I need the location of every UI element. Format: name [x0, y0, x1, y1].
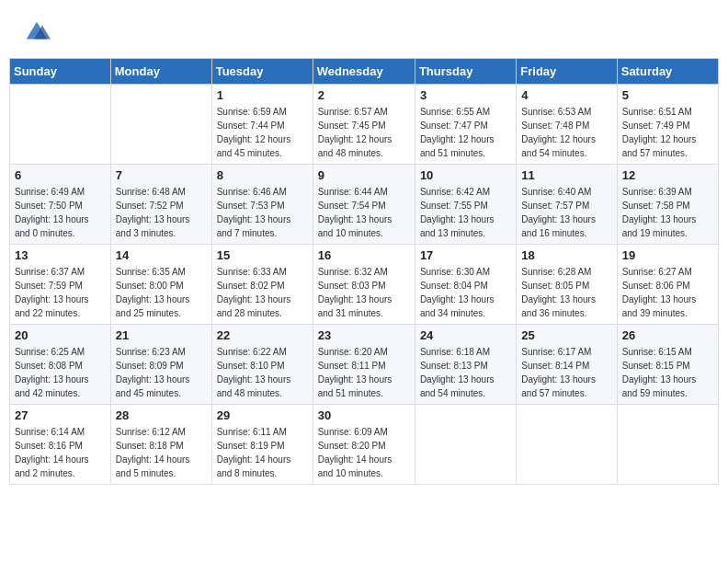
day-number: 8 [217, 168, 308, 182]
weekday-header-sunday: Sunday [10, 59, 111, 85]
day-info: Sunrise: 6:12 AM Sunset: 8:18 PM Dayligh… [116, 425, 207, 480]
calendar-cell: 15Sunrise: 6:33 AM Sunset: 8:02 PM Dayli… [211, 245, 313, 325]
calendar-cell: 29Sunrise: 6:11 AM Sunset: 8:19 PM Dayli… [211, 405, 313, 485]
weekday-header-wednesday: Wednesday [313, 59, 415, 85]
day-info: Sunrise: 6:42 AM Sunset: 7:55 PM Dayligh… [420, 185, 511, 240]
day-number: 27 [15, 408, 106, 422]
calendar-cell: 17Sunrise: 6:30 AM Sunset: 8:04 PM Dayli… [415, 245, 516, 325]
day-number: 15 [217, 248, 308, 262]
calendar-week-row: 13Sunrise: 6:37 AM Sunset: 7:59 PM Dayli… [10, 245, 719, 325]
calendar-cell: 26Sunrise: 6:15 AM Sunset: 8:15 PM Dayli… [617, 325, 718, 405]
day-number: 9 [318, 168, 410, 182]
day-number: 22 [217, 328, 308, 342]
day-number: 30 [318, 408, 410, 422]
calendar-header-row: SundayMondayTuesdayWednesdayThursdayFrid… [10, 59, 719, 85]
calendar-cell: 25Sunrise: 6:17 AM Sunset: 8:14 PM Dayli… [517, 325, 617, 405]
day-number: 10 [420, 168, 511, 182]
calendar-cell: 21Sunrise: 6:23 AM Sunset: 8:09 PM Dayli… [110, 325, 211, 405]
day-info: Sunrise: 6:30 AM Sunset: 8:04 PM Dayligh… [420, 265, 511, 320]
logo [23, 18, 54, 46]
day-number: 6 [15, 168, 106, 182]
day-number: 2 [318, 88, 410, 102]
calendar-cell: 24Sunrise: 6:18 AM Sunset: 8:13 PM Dayli… [415, 325, 516, 405]
calendar-cell [517, 405, 617, 485]
calendar-cell: 20Sunrise: 6:25 AM Sunset: 8:08 PM Dayli… [10, 325, 111, 405]
calendar-cell: 5Sunrise: 6:51 AM Sunset: 7:49 PM Daylig… [617, 85, 718, 165]
weekday-header-saturday: Saturday [617, 59, 718, 85]
day-info: Sunrise: 6:37 AM Sunset: 7:59 PM Dayligh… [15, 265, 106, 320]
calendar-cell: 9Sunrise: 6:44 AM Sunset: 7:54 PM Daylig… [313, 165, 415, 245]
day-number: 26 [622, 328, 713, 342]
day-number: 23 [318, 328, 410, 342]
day-info: Sunrise: 6:44 AM Sunset: 7:54 PM Dayligh… [318, 185, 410, 240]
day-info: Sunrise: 6:33 AM Sunset: 8:02 PM Dayligh… [217, 265, 308, 320]
weekday-header-thursday: Thursday [415, 59, 516, 85]
weekday-header-tuesday: Tuesday [211, 59, 313, 85]
calendar-cell [10, 85, 111, 165]
calendar-cell: 3Sunrise: 6:55 AM Sunset: 7:47 PM Daylig… [415, 85, 516, 165]
calendar-cell: 8Sunrise: 6:46 AM Sunset: 7:53 PM Daylig… [211, 165, 313, 245]
day-number: 16 [318, 248, 410, 262]
calendar-cell: 10Sunrise: 6:42 AM Sunset: 7:55 PM Dayli… [415, 165, 516, 245]
day-info: Sunrise: 6:51 AM Sunset: 7:49 PM Dayligh… [622, 105, 713, 160]
calendar-cell: 28Sunrise: 6:12 AM Sunset: 8:18 PM Dayli… [110, 405, 211, 485]
day-number: 29 [217, 408, 308, 422]
day-number: 18 [521, 248, 611, 262]
calendar-cell: 2Sunrise: 6:57 AM Sunset: 7:45 PM Daylig… [313, 85, 415, 165]
day-number: 19 [622, 248, 713, 262]
calendar-cell: 23Sunrise: 6:20 AM Sunset: 8:11 PM Dayli… [313, 325, 415, 405]
day-info: Sunrise: 6:17 AM Sunset: 8:14 PM Dayligh… [521, 345, 611, 400]
calendar-cell: 11Sunrise: 6:40 AM Sunset: 7:57 PM Dayli… [517, 165, 617, 245]
day-info: Sunrise: 6:32 AM Sunset: 8:03 PM Dayligh… [318, 265, 410, 320]
calendar-cell: 14Sunrise: 6:35 AM Sunset: 8:00 PM Dayli… [110, 245, 211, 325]
calendar-cell: 19Sunrise: 6:27 AM Sunset: 8:06 PM Dayli… [617, 245, 718, 325]
day-info: Sunrise: 6:35 AM Sunset: 8:00 PM Dayligh… [116, 265, 207, 320]
day-info: Sunrise: 6:09 AM Sunset: 8:20 PM Dayligh… [318, 425, 410, 480]
day-info: Sunrise: 6:18 AM Sunset: 8:13 PM Dayligh… [420, 345, 511, 400]
calendar-week-row: 27Sunrise: 6:14 AM Sunset: 8:16 PM Dayli… [10, 405, 719, 485]
day-number: 21 [116, 328, 207, 342]
day-info: Sunrise: 6:23 AM Sunset: 8:09 PM Dayligh… [116, 345, 207, 400]
day-info: Sunrise: 6:20 AM Sunset: 8:11 PM Dayligh… [318, 345, 410, 400]
day-info: Sunrise: 6:55 AM Sunset: 7:47 PM Dayligh… [420, 105, 511, 160]
day-number: 13 [15, 248, 106, 262]
day-number: 3 [420, 88, 511, 102]
day-info: Sunrise: 6:57 AM Sunset: 7:45 PM Dayligh… [318, 105, 410, 160]
calendar-cell [415, 405, 516, 485]
calendar-table: SundayMondayTuesdayWednesdayThursdayFrid… [9, 58, 719, 485]
header [9, 9, 719, 51]
day-info: Sunrise: 6:28 AM Sunset: 8:05 PM Dayligh… [521, 265, 611, 320]
day-number: 7 [116, 168, 207, 182]
day-info: Sunrise: 6:25 AM Sunset: 8:08 PM Dayligh… [15, 345, 106, 400]
calendar-week-row: 20Sunrise: 6:25 AM Sunset: 8:08 PM Dayli… [10, 325, 719, 405]
day-info: Sunrise: 6:49 AM Sunset: 7:50 PM Dayligh… [15, 185, 106, 240]
day-info: Sunrise: 6:22 AM Sunset: 8:10 PM Dayligh… [217, 345, 308, 400]
day-number: 24 [420, 328, 511, 342]
calendar-cell: 1Sunrise: 6:59 AM Sunset: 7:44 PM Daylig… [211, 85, 313, 165]
day-number: 1 [217, 88, 308, 102]
day-info: Sunrise: 6:53 AM Sunset: 7:48 PM Dayligh… [521, 105, 611, 160]
day-info: Sunrise: 6:59 AM Sunset: 7:44 PM Dayligh… [217, 105, 308, 160]
calendar-cell: 4Sunrise: 6:53 AM Sunset: 7:48 PM Daylig… [517, 85, 617, 165]
weekday-header-friday: Friday [517, 59, 617, 85]
day-info: Sunrise: 6:40 AM Sunset: 7:57 PM Dayligh… [521, 185, 611, 240]
calendar-cell: 27Sunrise: 6:14 AM Sunset: 8:16 PM Dayli… [10, 405, 111, 485]
calendar-cell: 22Sunrise: 6:22 AM Sunset: 8:10 PM Dayli… [211, 325, 313, 405]
calendar-cell: 7Sunrise: 6:48 AM Sunset: 7:52 PM Daylig… [110, 165, 211, 245]
day-number: 25 [521, 328, 611, 342]
calendar-cell: 12Sunrise: 6:39 AM Sunset: 7:58 PM Dayli… [617, 165, 718, 245]
day-number: 28 [116, 408, 207, 422]
day-number: 17 [420, 248, 511, 262]
calendar-cell [617, 405, 718, 485]
day-info: Sunrise: 6:46 AM Sunset: 7:53 PM Dayligh… [217, 185, 308, 240]
day-info: Sunrise: 6:14 AM Sunset: 8:16 PM Dayligh… [15, 425, 106, 480]
calendar-cell: 18Sunrise: 6:28 AM Sunset: 8:05 PM Dayli… [517, 245, 617, 325]
day-number: 11 [521, 168, 611, 182]
day-info: Sunrise: 6:48 AM Sunset: 7:52 PM Dayligh… [116, 185, 207, 240]
calendar-cell: 30Sunrise: 6:09 AM Sunset: 8:20 PM Dayli… [313, 405, 415, 485]
calendar-cell: 13Sunrise: 6:37 AM Sunset: 7:59 PM Dayli… [10, 245, 111, 325]
day-number: 5 [622, 88, 713, 102]
calendar-week-row: 1Sunrise: 6:59 AM Sunset: 7:44 PM Daylig… [10, 85, 719, 165]
day-info: Sunrise: 6:27 AM Sunset: 8:06 PM Dayligh… [622, 265, 713, 320]
day-info: Sunrise: 6:39 AM Sunset: 7:58 PM Dayligh… [622, 185, 713, 240]
